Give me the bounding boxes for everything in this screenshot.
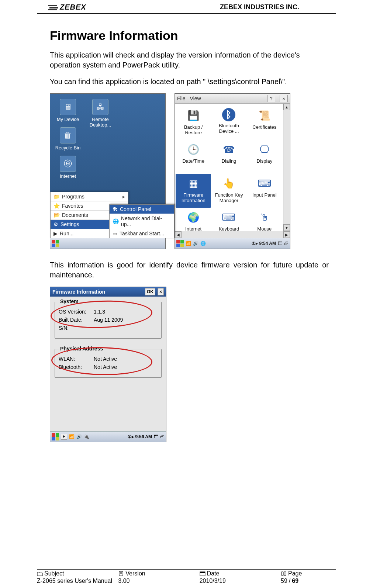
footer-date: Date: [200, 570, 281, 577]
star-icon: ⭐: [53, 203, 60, 209]
certificate-icon: 📜: [257, 108, 272, 123]
scroll-down-icon[interactable]: ▼: [283, 224, 290, 231]
horizontal-scrollbar[interactable]: ◀ ▶: [175, 231, 290, 238]
cp-item-label: Bluetooth Device ...: [212, 123, 246, 134]
scroll-left-icon[interactable]: ◀: [175, 231, 182, 238]
cp-item-datetime[interactable]: 🕒Date/Time: [176, 140, 211, 174]
tray-icon[interactable]: 🗔: [154, 434, 158, 439]
desktop-icon-label: Remote Desktop...: [87, 117, 114, 128]
content-area: Firmware Information This application wi…: [0, 14, 373, 446]
desktop-icons-col2: 🖧 Remote Desktop...: [87, 99, 114, 133]
tray-icon[interactable]: 🗔: [278, 241, 282, 246]
vertical-scrollbar[interactable]: ▲ ▼: [283, 104, 290, 231]
footer-date-value: 2010/3/19: [200, 577, 281, 584]
cp-item-label: Date/Time: [182, 158, 204, 164]
screenshot-firmware-dialog: Firmware Information OK × System OS Vers…: [50, 287, 166, 442]
tray-icon[interactable]: 🔌: [84, 434, 89, 439]
svg-rect-2: [48, 9, 57, 10]
cp-item-certificates[interactable]: 📜Certificates: [247, 106, 282, 140]
help-button[interactable]: ?: [267, 95, 275, 102]
desktop-icon-label: Internet: [60, 173, 76, 179]
legend-physical: Physical Address: [59, 346, 104, 352]
cp-item-label: Keyboard: [219, 226, 239, 231]
tray-icon[interactable]: 🗗: [284, 241, 289, 246]
cp-item-inputpanel[interactable]: ⌨Input Panel: [247, 174, 282, 208]
window-title: Firmware Information: [52, 289, 105, 295]
tray-icon[interactable]: 📶: [186, 241, 191, 246]
svg-rect-7: [200, 572, 205, 573]
start-item-programs[interactable]: 📁 Programs ▸: [51, 192, 128, 201]
cp-item-firmware[interactable]: ▦Firmware Information: [176, 174, 211, 208]
tray-icon[interactable]: 🗗: [160, 434, 165, 439]
calendar-icon: [200, 571, 206, 576]
taskbar-icon: ▭: [113, 231, 117, 236]
keyboard-icon: ⌨: [257, 176, 272, 191]
submenu-label: Control Panel: [120, 206, 151, 212]
start-button-icon[interactable]: [176, 240, 184, 247]
settings-submenu: 🛠 Control Panel 🌐 Network and Dial-up...…: [109, 204, 175, 238]
ie-icon: ⓔ: [60, 156, 76, 172]
legend-system: System: [59, 298, 80, 304]
os-version-label: OS Version:: [59, 309, 94, 315]
cp-item-label: Internet: [185, 226, 201, 231]
control-panel-icon: 🛠: [113, 206, 118, 212]
desktop-background: 🖥 My Device 🗑 Recycle Bin ⓔ Internet: [50, 94, 165, 249]
submenu-label: Network and Dial-up...: [121, 215, 171, 227]
cp-item-funckey[interactable]: 👆Function Key Manager: [211, 174, 246, 208]
cp-item-dialing[interactable]: ☎Dialing: [211, 140, 246, 174]
cp-item-label: Firmware Information: [176, 192, 210, 203]
cp-item-keyboard[interactable]: ⌨Keyboard: [211, 208, 246, 231]
menu-file[interactable]: File: [177, 96, 186, 101]
network-icon: 🌐: [113, 218, 119, 224]
cp-item-internet[interactable]: 🌍Internet: [176, 208, 211, 231]
close-button[interactable]: ×: [280, 95, 288, 102]
cp-item-mouse[interactable]: 🖱Mouse: [247, 208, 282, 231]
ok-button[interactable]: OK: [145, 288, 155, 295]
wlan-label: WLAN:: [59, 356, 94, 362]
touch-icon: 👆: [221, 176, 236, 191]
device-icon: 🖥: [60, 99, 76, 115]
tray-icon[interactable]: 🔊: [193, 241, 198, 246]
built-date-label: Built Date:: [59, 317, 94, 323]
paragraph-3: This information is good for identify de…: [50, 260, 329, 280]
desktop-icon-internet[interactable]: ⓔ Internet: [55, 156, 81, 179]
desktop-icon-remote-desktop[interactable]: 🖧 Remote Desktop...: [87, 99, 114, 128]
phone-icon: ☎: [221, 142, 236, 157]
menubar: File View ? ×: [175, 94, 290, 104]
desktop-icon-my-device[interactable]: 🖥 My Device: [55, 99, 81, 122]
page-footer: Subject Version Date Page Z-2065 series …: [37, 569, 336, 584]
control-panel-grid: 💾Backup / Restore ᛒBluetooth Device ... …: [175, 104, 283, 231]
start-button-icon[interactable]: [52, 433, 59, 440]
page-title: Firmware Information: [50, 28, 329, 43]
cp-item-backup[interactable]: 💾Backup / Restore: [176, 106, 211, 140]
page-header: ZEBEX ZEBEX INDUSTRIES INC.: [37, 0, 336, 14]
footer-subject-value: Z-2065 series User's Manual: [37, 577, 118, 584]
cp-item-label: Certificates: [252, 124, 276, 130]
brand-logo: ZEBEX: [48, 3, 86, 11]
start-item-label: Programs: [62, 194, 84, 200]
bluetooth-value: Not Active: [94, 364, 117, 370]
submenu-network[interactable]: 🌐 Network and Dial-up...: [110, 214, 174, 229]
cp-item-label: Input Panel: [252, 192, 277, 198]
taskbar-item[interactable]: F: [61, 434, 67, 440]
tray-icon[interactable]: 🔊: [76, 434, 82, 439]
cp-item-display[interactable]: 🖵Display: [247, 140, 282, 174]
sn-label: S/N:: [59, 325, 94, 331]
submenu-control-panel[interactable]: 🛠 Control Panel: [110, 205, 174, 214]
cp-item-bluetooth[interactable]: ᛒBluetooth Device ...: [211, 106, 246, 140]
desktop-icon-recycle-bin[interactable]: 🗑 Recycle Bin: [55, 127, 81, 151]
menu-view[interactable]: View: [190, 96, 201, 101]
close-button[interactable]: ×: [158, 288, 164, 295]
tray-icon[interactable]: 📶: [69, 434, 75, 439]
fieldset-system: System OS Version:1.1.3 Built Date:Aug 1…: [55, 302, 162, 339]
cp-item-label: Dialing: [222, 158, 236, 164]
start-button-icon[interactable]: [52, 240, 59, 247]
scroll-right-icon[interactable]: ▶: [283, 231, 290, 238]
globe-icon: 🌍: [186, 210, 201, 225]
scroll-up-icon[interactable]: ▲: [283, 104, 290, 110]
start-item-label: Favorites: [62, 203, 83, 209]
tray-icon[interactable]: 🌐: [200, 241, 206, 246]
submenu-label: Taskbar and Start...: [120, 231, 164, 236]
submenu-taskbar[interactable]: ▭ Taskbar and Start...: [110, 229, 174, 238]
taskbar-clock: ①▸ 9:54 AM: [252, 241, 276, 246]
